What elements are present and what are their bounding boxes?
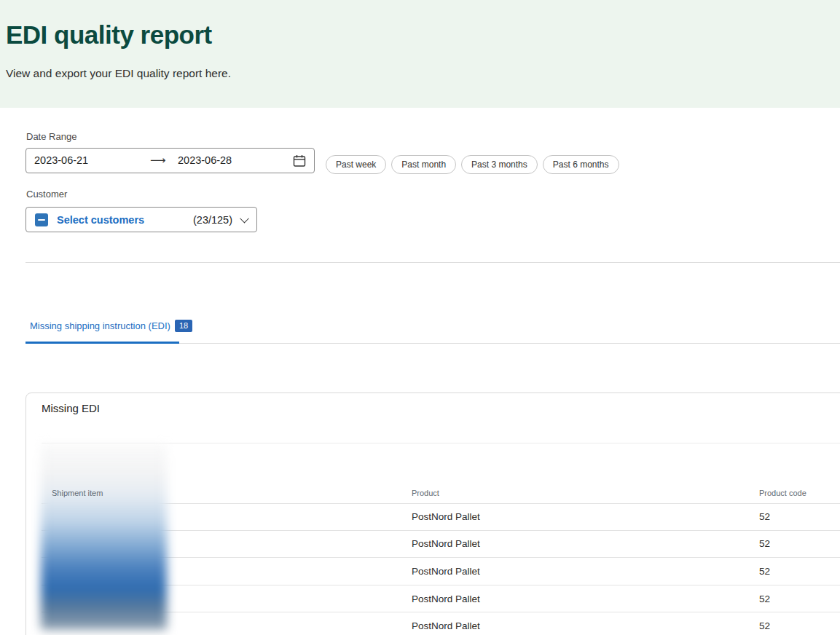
tab-count-badge: 18 <box>175 320 192 332</box>
product-cell: PostNord Pallet <box>412 511 759 522</box>
checkbox-indeterminate-icon[interactable] <box>35 213 48 226</box>
product-cell: PostNord Pallet <box>412 593 759 604</box>
page-title: EDI quality report <box>6 20 212 50</box>
redacted-shipment-item-column <box>41 443 167 630</box>
page-subtitle: View and export your EDI quality report … <box>6 67 231 80</box>
product-cell: PostNord Pallet <box>412 538 759 549</box>
card-title: Missing EDI <box>42 402 100 414</box>
product-code-cell: 52 <box>759 566 840 577</box>
tab-label: Missing shipping instruction (EDI) <box>30 320 170 331</box>
edi-quality-report-page: { "header": { "title": "EDI quality repo… <box>0 0 840 635</box>
customer-select[interactable]: Select customers (23/125) <box>25 207 257 232</box>
arrow-right-icon: ⟶ <box>150 154 166 167</box>
column-header-shipment-item: Shipment item <box>42 489 412 503</box>
product-cell: PostNord Pallet <box>412 566 759 577</box>
hero-header: EDI quality report View and export your … <box>0 0 840 108</box>
customer-select-count: (23/125) <box>193 214 232 226</box>
column-header-product: Product <box>412 489 759 503</box>
past-6-months-button[interactable]: Past 6 months <box>543 155 619 174</box>
tab-missing-shipping-instruction[interactable]: Missing shipping instruction (EDI) 18 <box>30 320 192 332</box>
past-month-button[interactable]: Past month <box>391 155 456 174</box>
product-cell: PostNord Pallet <box>412 620 759 631</box>
date-from-value[interactable]: 2023-06-21 <box>34 154 88 166</box>
table-header-row: Shipment item Product Product code <box>42 480 840 503</box>
active-tab-indicator <box>25 342 179 344</box>
product-code-cell: 52 <box>759 538 840 549</box>
past-week-button[interactable]: Past week <box>326 155 386 174</box>
product-code-cell: 52 <box>759 511 840 522</box>
quick-range-buttons: Past week Past month Past 3 months Past … <box>326 155 619 174</box>
chevron-down-icon <box>240 214 249 224</box>
product-code-cell: 52 <box>759 620 840 631</box>
date-to-value[interactable]: 2023-06-28 <box>178 154 232 166</box>
missing-edi-card: Missing EDI Shipment item Product Produc… <box>25 393 840 635</box>
past-3-months-button[interactable]: Past 3 months <box>461 155 538 174</box>
customer-label: Customer <box>26 189 67 200</box>
section-divider <box>25 262 840 263</box>
column-header-product-code: Product code <box>759 489 840 503</box>
date-range-input[interactable]: 2023-06-21 ⟶ 2023-06-28 <box>25 148 315 173</box>
calendar-icon[interactable] <box>293 154 306 167</box>
date-range-label: Date Range <box>26 131 76 142</box>
product-code-cell: 52 <box>759 593 840 604</box>
customer-select-label: Select customers <box>57 214 144 226</box>
